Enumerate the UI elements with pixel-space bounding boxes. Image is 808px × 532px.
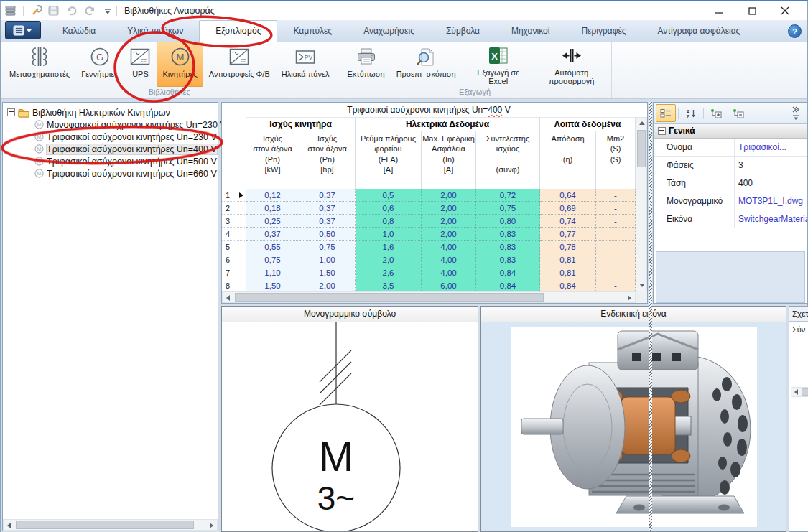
row-number[interactable]: 2	[222, 202, 246, 215]
related-h-scrollbar[interactable]	[791, 387, 808, 397]
table-cell[interactable]: 0,55	[246, 241, 299, 253]
tree-root[interactable]: Βιβλιοθήκη Ηλεκτρικών Κινητήρων	[3, 106, 218, 118]
tab-2[interactable]: Εξοπλισμός	[199, 20, 277, 42]
database-button[interactable]	[4, 4, 18, 18]
tab-0[interactable]: Καλώδια	[47, 21, 111, 42]
row-number[interactable]: 5	[222, 241, 246, 253]
tree-h-scrollbar[interactable]	[3, 519, 218, 531]
tree-item-4[interactable]: MΤριφασικοί ασύχρονοι κινητήρες Un=660 V	[3, 167, 218, 179]
table-cell[interactable]: 0,83	[476, 241, 540, 253]
table-cell[interactable]: -	[596, 253, 636, 266]
table-cell[interactable]: 0,18	[246, 202, 299, 215]
table-cell[interactable]: 2,0	[356, 253, 422, 266]
table-cell[interactable]: 1,00	[299, 253, 356, 266]
tree-item-0[interactable]: MΜονοφασικοί ασύχρονοι κινητήρες Un=230 …	[3, 118, 218, 131]
ribbon-button-motor[interactable]: MΚινητήρες	[157, 42, 203, 87]
table-cell[interactable]: 0,75	[476, 202, 540, 215]
tab-4[interactable]: Αναχωρήσεις	[348, 21, 430, 42]
ribbon-button-excel[interactable]: XΕξαγωγή σε Excel	[462, 42, 535, 87]
table-cell[interactable]: 4,00	[422, 266, 476, 279]
table-cell[interactable]: 0,37	[299, 202, 356, 215]
row-number[interactable]: 6	[222, 253, 246, 266]
table-cell[interactable]: 4,00	[422, 253, 476, 266]
ribbon-button-transformer[interactable]: Μετασχηματιστές	[4, 42, 75, 87]
table-cell[interactable]: 2,6	[356, 266, 422, 279]
table-cell[interactable]: 1,0	[356, 228, 422, 241]
collapse-icon[interactable]	[7, 108, 15, 116]
ribbon-button-autofit[interactable]: Αυτόματη προσαρμογή	[535, 42, 608, 87]
table-cell[interactable]: 0,80	[476, 215, 540, 228]
property-value[interactable]: 3	[738, 160, 743, 170]
qat-customize-button[interactable]	[101, 4, 115, 18]
table-cell[interactable]: 2,00	[422, 215, 476, 228]
tab-5[interactable]: Σύμβολα	[430, 21, 496, 42]
table-cell[interactable]: -	[596, 215, 636, 228]
table-cell[interactable]: 0,64	[540, 189, 596, 202]
table-cell[interactable]: -	[596, 279, 636, 292]
table-cell[interactable]: 0,78	[540, 241, 596, 253]
table-cell[interactable]: 0,84	[540, 279, 596, 292]
save-button[interactable]	[47, 4, 61, 18]
table-cell[interactable]: -	[596, 202, 636, 215]
table-cell[interactable]: 0,6	[356, 202, 422, 215]
scroll-thumb[interactable]	[802, 388, 808, 396]
table-cell[interactable]: 0,37	[299, 189, 356, 202]
ribbon-button-inverter[interactable]: Αντιστροφείς Φ/Β	[203, 42, 276, 87]
tree-item-1[interactable]: MΤριφασικοί ασύχρονοι κινητήρες Un=230 V	[3, 131, 218, 143]
table-cell[interactable]: 1,50	[246, 279, 299, 292]
table-cell[interactable]: 0,75	[246, 253, 299, 266]
table-cell[interactable]: 0,83	[476, 253, 540, 266]
table-cell[interactable]: 0,37	[299, 215, 356, 228]
tab-6[interactable]: Μηχανικοί	[496, 21, 565, 42]
table-cell[interactable]: 3,5	[356, 279, 422, 292]
tree-item-2[interactable]: MΤριφασικοί ασύχρονοι κινητήρες Un=400 V	[3, 143, 218, 155]
row-number[interactable]: 3	[222, 215, 246, 228]
table-v-scrollbar[interactable]	[636, 117, 647, 291]
panel-overflow-button[interactable]	[786, 104, 806, 122]
table-cell[interactable]: 0,84	[476, 279, 540, 292]
property-value[interactable]: Τριφασικοί...	[738, 142, 786, 152]
table-cell[interactable]: 0,50	[299, 228, 356, 241]
row-number[interactable]: 7	[222, 266, 246, 279]
collapse-icon[interactable]	[658, 127, 666, 135]
table-cell[interactable]: 0,25	[246, 215, 299, 228]
tab-7[interactable]: Περιγραφές	[565, 21, 641, 42]
ribbon-button-generator[interactable]: GΓεννήτριες	[75, 42, 124, 87]
table-cell[interactable]: 0,5	[356, 189, 422, 202]
scroll-down-arrow[interactable]	[636, 280, 647, 291]
properties-section-header[interactable]: Γενικά	[654, 124, 807, 139]
close-button[interactable]	[774, 3, 796, 19]
undo-button[interactable]	[65, 4, 79, 18]
collapse-all-button[interactable]	[728, 104, 748, 122]
scroll-thumb[interactable]	[637, 130, 646, 167]
table-cell[interactable]: 1,6	[356, 241, 422, 253]
minimize-button[interactable]	[708, 3, 730, 19]
ribbon-button-preview[interactable]: Προεπι- σκόπιση	[391, 42, 462, 87]
scroll-left-arrow[interactable]	[4, 520, 14, 531]
table-cell[interactable]: 1,50	[299, 266, 356, 279]
scroll-right-arrow[interactable]	[624, 292, 635, 303]
ribbon-button-pv-panel[interactable]: PVΗλιακά πάνελ	[276, 42, 335, 87]
table-cell[interactable]: 0,84	[476, 266, 540, 279]
table-cell[interactable]: 0,77	[540, 228, 596, 241]
scroll-thumb[interactable]	[235, 293, 544, 302]
table-cell[interactable]: -	[596, 189, 636, 202]
tab-3[interactable]: Καμπύλες	[277, 21, 348, 42]
scroll-up-arrow[interactable]	[636, 118, 647, 129]
table-cell[interactable]: 2,00	[299, 279, 356, 292]
scroll-left-arrow[interactable]	[791, 388, 801, 396]
expand-all-button[interactable]	[706, 104, 726, 122]
table-cell[interactable]: -	[596, 266, 636, 279]
panel-splitter[interactable]	[649, 102, 652, 531]
table-cell[interactable]: 0,81	[540, 266, 596, 279]
row-number[interactable]: 8	[222, 279, 246, 292]
tree-item-3[interactable]: MΤριφασικοί ασύχρονοι κινητήρες Un=500 V	[3, 155, 218, 167]
table-cell[interactable]: 0,75	[299, 241, 356, 253]
table-cell[interactable]: 0,37	[246, 228, 299, 241]
az-sort-button[interactable]: AZ	[681, 104, 701, 122]
scroll-left-arrow[interactable]	[223, 292, 233, 303]
table-cell[interactable]: 0,83	[476, 228, 540, 241]
maximize-button[interactable]	[741, 3, 763, 19]
tab-1[interactable]: Υλικά πινάκων	[111, 21, 199, 42]
table-cell[interactable]: 1,10	[246, 266, 299, 279]
